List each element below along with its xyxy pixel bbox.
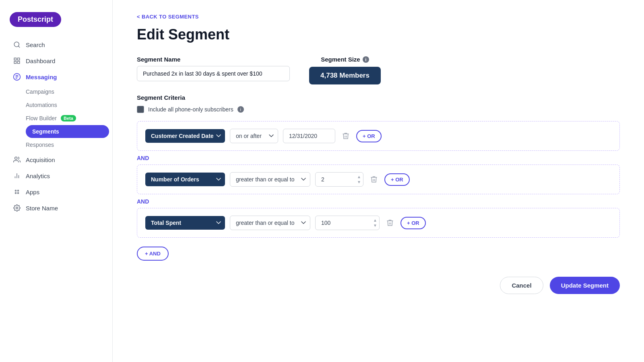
svg-point-15 [16, 207, 18, 209]
segment-size-info-icon[interactable]: i [363, 56, 369, 63]
svg-rect-5 [18, 62, 20, 64]
value-wrapper-2: ▲ ▼ [315, 172, 363, 187]
members-badge: 4,738 Members [309, 67, 381, 84]
spin-up-2[interactable]: ▲ [356, 175, 362, 179]
or-btn-1[interactable]: + OR [356, 130, 382, 142]
settings-icon [13, 204, 21, 212]
svg-rect-4 [14, 62, 16, 64]
sidebar-item-label: Apps [26, 189, 39, 195]
dashboard-icon [13, 57, 21, 65]
value-input-3[interactable] [315, 216, 380, 230]
segment-form-row: Segment Name Segment Size i 4,738 Member… [137, 56, 620, 84]
segment-size-label: Segment Size i [309, 56, 381, 63]
include-phone-label: Include all phone-only subscribers [148, 106, 233, 113]
svg-rect-3 [18, 58, 20, 60]
field-select-2[interactable]: Number of Orders Customer Created Date T… [145, 173, 225, 186]
search-icon [13, 41, 21, 49]
svg-point-14 [18, 193, 19, 194]
field-select-3[interactable]: Total Spent Number of Orders Customer Cr… [145, 216, 225, 230]
sidebar-item-apps[interactable]: Apps [3, 184, 109, 200]
add-and-button[interactable]: + AND [137, 247, 169, 261]
sidebar-item-label: Dashboard [26, 58, 55, 64]
criteria-row-3: Total Spent Number of Orders Customer Cr… [137, 208, 620, 238]
analytics-icon [13, 172, 21, 180]
sidebar-item-search[interactable]: Search [3, 37, 109, 53]
cancel-button[interactable]: Cancel [500, 277, 543, 294]
sidebar-item-automations[interactable]: Automations [26, 99, 109, 111]
logo: Postscript [10, 12, 61, 27]
operator-select-3[interactable]: greater than or equal to less than or eq… [230, 216, 310, 230]
spin-up-3[interactable]: ▲ [372, 218, 378, 223]
segment-name-section: Segment Name [137, 56, 290, 81]
spinners-2: ▲ ▼ [356, 175, 362, 185]
sidebar-item-analytics[interactable]: Analytics [3, 168, 109, 184]
sidebar-item-responses[interactable]: Responses [26, 138, 109, 151]
or-btn-2[interactable]: + OR [384, 173, 410, 186]
sidebar-item-label: Analytics [26, 173, 50, 179]
delete-btn-3[interactable] [384, 217, 396, 228]
sidebar-item-messaging[interactable]: Messaging [3, 69, 109, 85]
sidebar-sub-messaging: Campaigns Automations Flow Builder Beta … [0, 85, 112, 152]
svg-rect-2 [14, 58, 16, 60]
spin-down-3[interactable]: ▼ [372, 223, 378, 228]
criteria-label: Segment Criteria [137, 94, 620, 101]
main-content: < BACK TO SEGMENTS Edit Segment Segment … [113, 0, 644, 362]
footer-actions: Cancel Update Segment [137, 277, 620, 294]
segment-name-label: Segment Name [137, 56, 290, 63]
sidebar-item-acquisition[interactable]: Acquisition [3, 152, 109, 168]
sidebar-item-flow-builder[interactable]: Flow Builder Beta [26, 112, 109, 125]
criteria-row-1: Customer Created Date Number of Orders T… [137, 121, 620, 151]
segment-name-input[interactable] [137, 66, 290, 81]
beta-badge: Beta [61, 115, 76, 121]
operator-select-1[interactable]: on or after on or before exactly [230, 129, 278, 143]
sidebar-item-label: Store Name [26, 205, 58, 212]
include-phone-info-icon[interactable]: i [237, 106, 244, 113]
svg-point-7 [15, 157, 17, 159]
svg-point-13 [15, 193, 17, 194]
and-separator-2: AND [137, 198, 620, 205]
include-row: Include all phone-only subscribers i [137, 106, 620, 113]
page-title: Edit Segment [137, 26, 620, 43]
sidebar-item-segments[interactable]: Segments [26, 125, 109, 138]
acquisition-icon [13, 156, 21, 164]
sidebar-item-store[interactable]: Store Name [3, 200, 109, 216]
spin-down-2[interactable]: ▼ [356, 180, 362, 185]
value-wrapper-3: ▲ ▼ [315, 216, 380, 230]
spinners-3: ▲ ▼ [372, 218, 378, 228]
logo-container: Postscript [0, 8, 112, 37]
svg-point-12 [18, 190, 19, 191]
operator-select-2[interactable]: greater than or equal to less than or eq… [230, 172, 310, 187]
criteria-row-2: Number of Orders Customer Created Date T… [137, 165, 620, 194]
delete-btn-1[interactable] [340, 130, 351, 142]
delete-btn-2[interactable] [368, 174, 380, 185]
sidebar-item-campaigns[interactable]: Campaigns [26, 85, 109, 98]
field-select-1[interactable]: Customer Created Date Number of Orders T… [145, 129, 225, 143]
sidebar-item-label: Messaging [26, 74, 57, 80]
messaging-icon [13, 73, 21, 81]
sidebar-item-label: Acquisition [26, 156, 55, 163]
segment-size-section: Segment Size i 4,738 Members [309, 56, 381, 84]
sidebar-item-label: Search [26, 41, 45, 48]
svg-line-1 [18, 46, 19, 47]
value-input-1[interactable] [283, 129, 335, 143]
back-to-segments-link[interactable]: < BACK TO SEGMENTS [137, 14, 199, 20]
include-phone-checkbox[interactable] [137, 106, 144, 113]
and-separator-1: AND [137, 155, 620, 161]
svg-point-11 [15, 190, 17, 191]
sidebar: Postscript Search Dashboard Messaging Ca… [0, 0, 113, 362]
update-segment-button[interactable]: Update Segment [550, 277, 620, 294]
or-btn-3[interactable]: + OR [400, 217, 426, 229]
apps-icon [13, 188, 21, 196]
sidebar-item-dashboard[interactable]: Dashboard [3, 53, 109, 69]
